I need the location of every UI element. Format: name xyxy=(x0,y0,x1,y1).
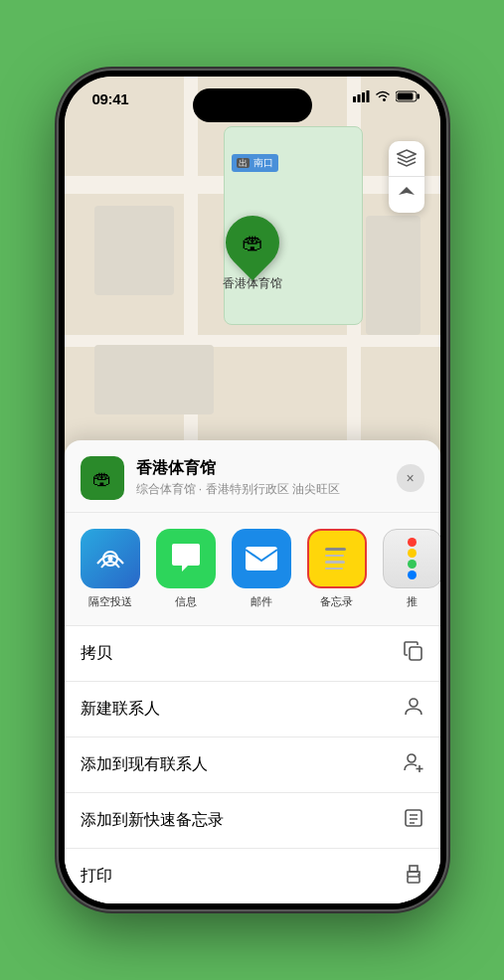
airdrop-svg xyxy=(93,542,127,575)
place-info: 香港体育馆 综合体育馆 · 香港特别行政区 油尖旺区 xyxy=(136,458,397,498)
action-new-contact[interactable]: 新建联系人 xyxy=(65,682,440,737)
svg-rect-0 xyxy=(353,96,356,102)
mail-label: 邮件 xyxy=(251,594,272,609)
close-button[interactable]: × xyxy=(397,464,424,492)
svg-point-12 xyxy=(408,754,416,762)
dynamic-island xyxy=(193,88,312,122)
airdrop-label: 隔空投送 xyxy=(88,594,132,609)
map-layers-icon xyxy=(397,149,417,169)
more-icon xyxy=(383,529,440,588)
place-subtitle: 综合体育馆 · 香港特别行政区 油尖旺区 xyxy=(136,481,397,498)
share-item-more[interactable]: 推 xyxy=(379,529,440,609)
svg-rect-10 xyxy=(410,647,421,660)
phone-screen: 09:41 xyxy=(65,77,440,903)
battery-icon xyxy=(396,90,420,102)
action-list: 拷贝 新建联系人 xyxy=(65,626,440,903)
print-label: 打印 xyxy=(81,866,112,887)
copy-icon xyxy=(403,640,424,667)
place-name: 香港体育馆 xyxy=(136,458,397,479)
quick-note-label: 添加到新快速备忘录 xyxy=(81,810,224,831)
svg-rect-3 xyxy=(366,90,369,102)
messages-svg xyxy=(168,542,204,575)
svg-rect-2 xyxy=(362,92,365,102)
action-quick-note[interactable]: 添加到新快速备忘录 xyxy=(65,793,440,849)
svg-point-11 xyxy=(410,699,418,707)
svg-rect-19 xyxy=(408,877,420,883)
phone-frame: 09:41 xyxy=(59,71,446,909)
svg-rect-1 xyxy=(357,94,360,102)
bottom-sheet: 🏟 香港体育馆 综合体育馆 · 香港特别行政区 油尖旺区 × xyxy=(65,440,440,903)
copy-label: 拷贝 xyxy=(81,643,112,664)
svg-rect-9 xyxy=(246,547,277,571)
location-arrow-icon xyxy=(398,186,416,204)
mail-svg xyxy=(244,545,279,572)
location-pin: 🏟 香港体育馆 xyxy=(223,216,282,292)
svg-point-21 xyxy=(418,874,420,876)
person-icon xyxy=(403,696,424,723)
new-contact-label: 新建联系人 xyxy=(81,699,160,720)
print-icon xyxy=(403,863,424,890)
pin-circle: 🏟 xyxy=(214,205,289,280)
map-type-button[interactable] xyxy=(389,141,424,177)
person-add-icon xyxy=(403,751,424,778)
signal-icon xyxy=(353,90,370,102)
svg-rect-20 xyxy=(410,866,418,872)
entrance-text: 南口 xyxy=(253,157,273,168)
share-item-mail[interactable]: 邮件 xyxy=(228,529,295,609)
notes-label: 备忘录 xyxy=(320,594,353,609)
mail-icon xyxy=(232,529,291,588)
airdrop-icon xyxy=(81,529,140,588)
svg-rect-5 xyxy=(417,94,420,99)
notes-lines xyxy=(321,542,353,575)
notes-icon xyxy=(307,529,367,588)
messages-icon xyxy=(156,529,216,588)
action-add-contact[interactable]: 添加到现有联系人 xyxy=(65,737,440,793)
place-icon: 🏟 xyxy=(81,456,124,500)
more-label: 推 xyxy=(407,594,418,609)
svg-point-8 xyxy=(107,557,112,562)
wifi-icon xyxy=(375,90,391,102)
share-item-notes[interactable]: 备忘录 xyxy=(303,529,371,609)
messages-label: 信息 xyxy=(175,594,197,609)
action-copy[interactable]: 拷贝 xyxy=(65,626,440,682)
status-icons xyxy=(353,90,420,102)
note-icon xyxy=(403,807,424,834)
svg-rect-6 xyxy=(397,93,413,100)
map-controls xyxy=(389,141,424,213)
pin-inner-icon: 🏟 xyxy=(242,230,263,255)
share-item-messages[interactable]: 信息 xyxy=(152,529,220,609)
action-print[interactable]: 打印 xyxy=(65,849,440,903)
location-button[interactable] xyxy=(389,177,424,213)
share-item-airdrop[interactable]: 隔空投送 xyxy=(77,529,144,609)
add-contact-label: 添加到现有联系人 xyxy=(81,754,208,775)
place-header: 🏟 香港体育馆 综合体育馆 · 香港特别行政区 油尖旺区 × xyxy=(65,440,440,513)
share-row: 隔空投送 信息 xyxy=(65,513,440,626)
entrance-code: 出 xyxy=(237,158,250,168)
status-time: 09:41 xyxy=(92,90,129,107)
map-entrance-label: 出 南口 xyxy=(232,154,279,172)
